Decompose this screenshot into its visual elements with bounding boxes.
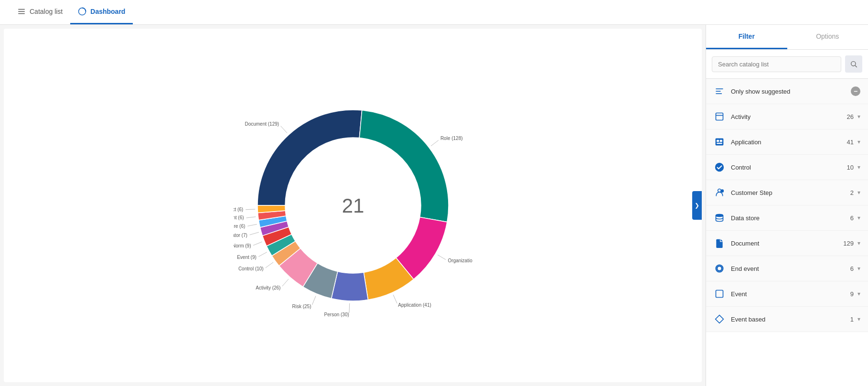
filter-icon-event	[714, 288, 725, 300]
donut-chart-svg: Document (129)Role (128)Organizational u…	[234, 86, 472, 325]
chart-label-line-3	[393, 295, 397, 303]
filter-label-end-event: End event	[731, 265, 850, 272]
filter-label-control: Control	[731, 164, 847, 171]
filter-chevron-customer-step: ▾	[857, 189, 860, 196]
main-content: Document (129)Role (128)Organizational u…	[0, 25, 868, 386]
options-tab[interactable]: Options	[787, 25, 868, 49]
chart-label-12: End event (6)	[234, 215, 244, 220]
filter-count-application: 41	[847, 139, 854, 146]
filter-label-only-show-suggested: Only show suggested	[731, 88, 851, 95]
chart-area: Document (129)Role (128)Organizational u…	[4, 29, 702, 382]
filter-label-event: Event	[731, 290, 850, 298]
filter-list: Only show suggested−Activity26▾Applicati…	[706, 79, 868, 386]
filter-icon-event-based	[714, 313, 725, 325]
chart-label-line-13	[246, 209, 255, 210]
chart-label-line-11	[247, 224, 257, 226]
filter-count-event-based: 1	[850, 316, 854, 323]
filter-item-application[interactable]: Application41▾	[706, 129, 868, 155]
chart-label-0: Document (129)	[245, 121, 279, 127]
filter-count-control: 10	[847, 164, 854, 171]
filter-chevron-event: ▾	[857, 290, 860, 297]
chart-label-line-8	[258, 252, 267, 257]
svg-rect-10	[716, 113, 723, 120]
right-panel: Filter Options Only show suggested−Activ…	[706, 25, 868, 386]
chart-label-line-4	[349, 303, 350, 313]
chart-label-6: Activity (26)	[256, 285, 280, 290]
svg-point-21	[717, 266, 722, 271]
list-icon	[17, 7, 26, 16]
catalog-list-tab[interactable]: Catalog list	[10, 0, 70, 24]
filter-icon-control	[714, 161, 725, 173]
filter-item-control[interactable]: Control10▾	[706, 155, 868, 180]
filter-count-activity: 26	[847, 113, 854, 120]
filter-icon-document	[714, 237, 725, 249]
svg-rect-15	[717, 143, 722, 144]
chart-label-1: Role (128)	[440, 136, 462, 141]
filter-label-event-based: Event based	[731, 316, 850, 323]
filter-count-event: 9	[850, 290, 854, 298]
filter-item-customer-step[interactable]: Customer Step2▾	[706, 180, 868, 205]
chart-label-9: Norm (9)	[234, 243, 251, 248]
filter-item-only-show-suggested[interactable]: Only show suggested−	[706, 79, 868, 104]
chart-label-line-1	[431, 140, 439, 146]
svg-point-19	[716, 214, 723, 217]
filter-icon-activity	[714, 111, 725, 122]
search-icon	[850, 60, 857, 68]
filter-icon-customer-step	[714, 187, 725, 198]
filter-icon-only-show-suggested	[714, 86, 725, 97]
filter-count-end-event: 6	[850, 265, 854, 272]
filter-chevron-end-event: ▾	[857, 265, 860, 272]
filter-item-document[interactable]: Document129▾	[706, 231, 868, 256]
svg-line-6	[855, 65, 857, 67]
filter-chevron-control: ▾	[857, 164, 860, 171]
search-bar	[706, 50, 868, 79]
donut-chart-container: Document (129)Role (128)Organizational u…	[234, 86, 472, 325]
panel-tabs: Filter Options	[706, 25, 868, 50]
filter-chevron-application: ▾	[857, 139, 860, 145]
filter-item-event-based[interactable]: Event based1▾	[706, 307, 868, 332]
filter-item-data-store[interactable]: Data store6▾	[706, 205, 868, 231]
filter-chevron-document: ▾	[857, 240, 860, 247]
filter-tab[interactable]: Filter	[706, 25, 787, 49]
chart-label-line-10	[249, 232, 258, 235]
filter-chevron-data-store: ▾	[857, 214, 860, 221]
dashboard-tab[interactable]: Dashboard	[70, 0, 133, 24]
chart-center-value: 21	[342, 194, 364, 217]
filter-chevron-activity: ▾	[857, 113, 860, 120]
svg-rect-12	[716, 139, 724, 146]
svg-rect-22	[716, 290, 723, 298]
filter-label-document: Document	[731, 240, 843, 247]
filter-count-data-store: 6	[850, 214, 854, 222]
search-button[interactable]	[845, 55, 862, 73]
filter-label-customer-step: Customer Step	[731, 189, 850, 196]
chart-label-4: Person (30)	[324, 312, 349, 317]
chart-label-2: Organizational unit (55)	[448, 258, 472, 263]
filter-item-activity[interactable]: Activity26▾	[706, 104, 868, 129]
filter-chevron-event-based: ▾	[857, 316, 860, 322]
dashboard-label: Dashboard	[90, 8, 125, 15]
svg-rect-14	[720, 140, 722, 142]
chart-label-8: Event (9)	[237, 255, 257, 260]
filter-count-document: 129	[843, 240, 854, 247]
chart-label-line-7	[265, 262, 273, 268]
collapse-panel-button[interactable]: ❯	[692, 191, 702, 220]
svg-point-16	[716, 163, 724, 172]
filter-count-customer-step: 2	[850, 189, 854, 196]
chart-label-line-9	[253, 242, 262, 245]
dashboard-icon	[78, 7, 86, 16]
chart-label-3: Application (41)	[398, 302, 431, 308]
search-input[interactable]	[712, 56, 841, 72]
svg-point-18	[721, 190, 723, 192]
chart-label-line-5	[312, 296, 316, 305]
filter-item-event[interactable]: Event9▾	[706, 281, 868, 307]
catalog-list-label: Catalog list	[30, 8, 63, 15]
chart-label-line-0	[280, 126, 287, 133]
chart-label-10: Key performance indicator (7)	[234, 233, 247, 238]
chart-label-13: Free form object (6)	[234, 207, 243, 212]
filter-icon-application	[714, 136, 725, 148]
chart-label-7: Control (10)	[238, 266, 263, 271]
svg-rect-13	[717, 140, 719, 142]
filter-label-data-store: Data store	[731, 214, 850, 222]
filter-item-end-event[interactable]: End event6▾	[706, 256, 868, 281]
filter-label-activity: Activity	[731, 113, 847, 120]
